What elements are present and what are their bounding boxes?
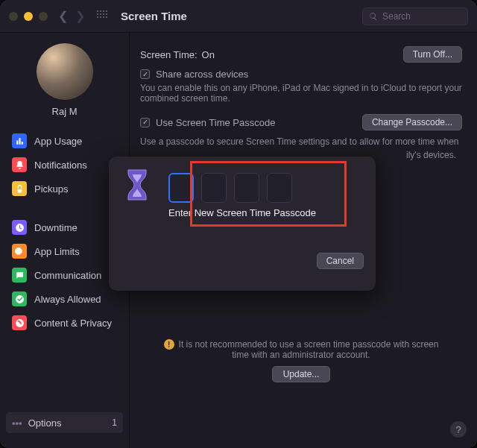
sidebar-item-content-privacy[interactable]: Content & Privacy [6, 311, 123, 335]
close-window-button[interactable] [9, 12, 18, 21]
sidebar-item-label: Content & Privacy [34, 318, 112, 329]
screen-time-label: Screen Time: [140, 49, 198, 60]
forward-button[interactable]: ❯ [75, 9, 85, 23]
share-across-devices-checkbox[interactable] [140, 69, 150, 79]
passcode-digit-4[interactable] [267, 173, 292, 203]
sidebar-item-app-usage[interactable]: App Usage [6, 129, 123, 153]
options-label: Options [28, 417, 62, 429]
downtime-icon [12, 220, 27, 235]
sidebar-item-label: Always Allowed [34, 294, 101, 305]
family-devices-tail: ily's devices. [406, 150, 462, 160]
update-button[interactable]: Update... [272, 366, 331, 382]
use-passcode-label: Use Screen Time Passcode [156, 117, 275, 128]
share-across-devices-label: Share across devices [156, 69, 248, 80]
minimize-window-button[interactable] [24, 12, 33, 21]
sidebar-item-label: App Usage [34, 136, 82, 147]
sidebar-item-communication[interactable]: Communication [6, 263, 123, 287]
warning-text-2: time with an administrator account. [232, 350, 370, 360]
sidebar-item-pickups[interactable]: Pickups [6, 177, 123, 201]
window-title: Screen Time [121, 10, 187, 22]
sidebar-item-downtime[interactable]: Downtime [6, 215, 123, 239]
sidebar-item-label: Notifications [34, 160, 87, 171]
share-across-devices-desc: You can enable this on any iPhone, iPad … [140, 83, 462, 104]
nav-buttons: ❮ ❯ [58, 9, 113, 23]
passcode-digit-2[interactable] [201, 173, 227, 203]
content-privacy-icon [12, 315, 27, 330]
use-passcode-desc: Use a passcode to secure Screen Time set… [140, 136, 462, 147]
passcode-digit-3[interactable] [234, 173, 259, 203]
warning-icon: ! [164, 339, 174, 350]
notifications-icon [12, 157, 27, 172]
window-controls [9, 12, 48, 21]
options-badge: 1 [112, 417, 117, 428]
back-button[interactable]: ❮ [58, 9, 68, 23]
show-all-icon[interactable] [97, 10, 109, 22]
passcode-inputs [168, 173, 316, 203]
passcode-digit-1[interactable] [168, 173, 194, 203]
titlebar: ❮ ❯ Screen Time Search [0, 0, 477, 33]
user-avatar[interactable] [37, 43, 93, 100]
passcode-dialog: Enter New Screen Time Passcode Cancel [109, 157, 376, 291]
passcode-prompt: Enter New Screen Time Passcode [168, 207, 316, 218]
sidebar-item-label: Downtime [34, 222, 78, 233]
change-passcode-button[interactable]: Change Passcode... [362, 114, 462, 130]
search-icon [369, 12, 378, 21]
sidebar-item-label: Pickups [34, 183, 69, 195]
use-passcode-checkbox[interactable] [140, 118, 150, 127]
zoom-window-button[interactable] [39, 12, 48, 21]
sidebar-item-label: Communication [34, 270, 101, 281]
search-placeholder: Search [382, 11, 411, 22]
sidebar-item-app-limits[interactable]: App Limits [6, 239, 123, 263]
options-button[interactable]: ••• Options 1 [6, 412, 123, 433]
help-button[interactable]: ? [450, 421, 467, 438]
screen-time-status: On [202, 49, 215, 60]
pickups-icon [12, 181, 27, 196]
sidebar-item-notifications[interactable]: Notifications [6, 153, 123, 177]
search-input[interactable]: Search [362, 7, 468, 25]
warning-text-1: It is not recommended to use a screen ti… [179, 339, 439, 350]
options-icon: ••• [12, 417, 22, 429]
turn-off-button[interactable]: Turn Off... [403, 46, 462, 63]
communication-icon [12, 268, 27, 283]
hourglass-icon [121, 168, 154, 201]
system-prefs-window: ❮ ❯ Screen Time Search Raj M [0, 0, 477, 448]
user-name: Raj M [0, 106, 129, 117]
sidebar-item-always-allowed[interactable]: Always Allowed [6, 287, 123, 311]
always-allowed-icon [12, 291, 27, 306]
app-usage-icon [12, 133, 27, 148]
sidebar-item-label: App Limits [34, 246, 80, 257]
cancel-button[interactable]: Cancel [317, 253, 364, 269]
admin-warning: ! It is not recommended to use a screen … [140, 339, 462, 382]
app-limits-icon [12, 244, 27, 259]
